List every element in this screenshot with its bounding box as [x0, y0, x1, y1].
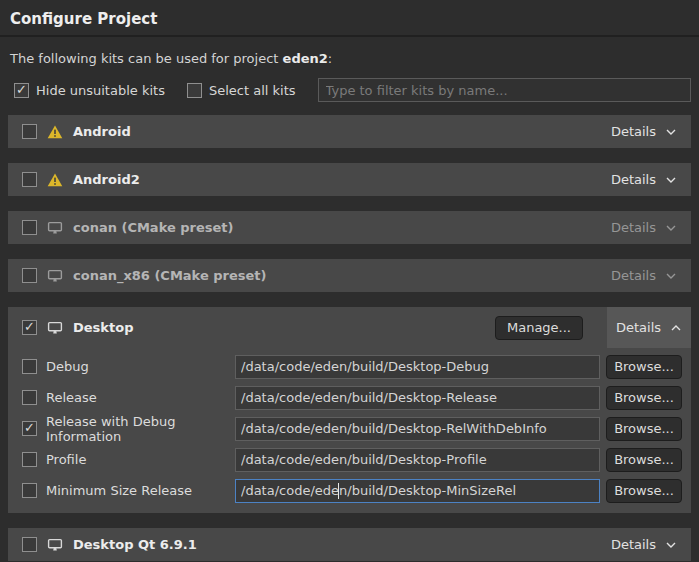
- hide-unsuitable-checkbox[interactable]: [14, 83, 29, 98]
- manage-kits-button[interactable]: Manage...: [495, 316, 583, 340]
- kit-checkbox[interactable]: [22, 320, 37, 335]
- kit-checkbox[interactable]: [22, 124, 37, 139]
- browse-button[interactable]: Browse...: [606, 417, 682, 441]
- kits-subtitle: The following kits can be used for proje…: [10, 51, 689, 66]
- build-dir-input[interactable]: [235, 417, 600, 441]
- build-dir-field-wrap: [235, 355, 600, 379]
- kit-checkbox[interactable]: [22, 537, 37, 552]
- kit-row-android2: Android2 Details: [8, 163, 691, 196]
- build-config-label: Profile: [46, 452, 235, 467]
- browse-button[interactable]: Browse...: [606, 479, 682, 503]
- chevron-up-icon: [670, 324, 682, 332]
- kit-label: Desktop Qt 6.9.1: [73, 537, 197, 552]
- build-config-label: Release: [46, 390, 235, 405]
- details-tab: Details: [607, 307, 691, 348]
- build-dir-input[interactable]: [235, 355, 600, 379]
- chevron-down-icon: [665, 224, 677, 232]
- build-config-checkbox[interactable]: [22, 452, 37, 467]
- browse-button[interactable]: Browse...: [606, 386, 682, 410]
- warning-icon: [47, 125, 63, 139]
- kit-label: Android: [73, 124, 131, 139]
- kit-checkbox[interactable]: [22, 220, 37, 235]
- chevron-down-icon: [665, 176, 677, 184]
- select-all-checkbox[interactable]: [187, 83, 202, 98]
- kit-filter-bar: Hide unsuitable kits Select all kits: [8, 78, 691, 102]
- build-dir-field-wrap: [235, 448, 600, 472]
- build-config-checkbox[interactable]: [22, 421, 37, 436]
- build-dir-input[interactable]: [235, 479, 600, 503]
- kit-filter-input[interactable]: [318, 78, 691, 102]
- subtitle-text: The following kits can be used for proje…: [10, 51, 283, 66]
- details-toggle[interactable]: Details: [609, 172, 679, 187]
- build-config-label: Debug: [46, 359, 235, 374]
- build-config-checkbox[interactable]: [22, 483, 37, 498]
- select-all-kits-checkbox-group[interactable]: Select all kits: [187, 83, 296, 98]
- kit-checkbox[interactable]: [22, 268, 37, 283]
- hide-unsuitable-kits-checkbox-group[interactable]: Hide unsuitable kits: [14, 83, 165, 98]
- kit-checkbox[interactable]: [22, 172, 37, 187]
- details-toggle[interactable]: Details: [609, 124, 679, 139]
- kit-label: Android2: [73, 172, 140, 187]
- kit-label: conan (CMake preset): [73, 220, 234, 235]
- build-config-row-relwithdebinfo: Release with Debug Information Browse...: [8, 416, 691, 441]
- build-config-checkbox[interactable]: [22, 390, 37, 405]
- build-dir-field-wrap: [235, 386, 600, 410]
- build-dir-field-wrap: [235, 417, 600, 441]
- build-config-row-minsizerel: Minimum Size Release Browse...: [8, 478, 691, 503]
- details-toggle: Details: [609, 268, 679, 283]
- select-all-label: Select all kits: [209, 83, 296, 98]
- hide-unsuitable-label: Hide unsuitable kits: [36, 83, 165, 98]
- build-config-row-debug: Debug Browse...: [8, 354, 691, 379]
- build-dir-field-wrap-focused: [235, 479, 600, 503]
- window-header: Configure Project: [0, 0, 699, 37]
- kit-row-conan-x86: conan_x86 (CMake preset) Details: [8, 259, 691, 292]
- project-name: eden2: [283, 51, 328, 66]
- page-title: Configure Project: [10, 10, 689, 35]
- details-toggle[interactable]: Details: [609, 537, 679, 552]
- build-config-checkbox[interactable]: [22, 359, 37, 374]
- build-dir-input[interactable]: [235, 448, 600, 472]
- chevron-down-icon: [665, 541, 677, 549]
- desktop-icon: [47, 269, 63, 283]
- build-config-row-profile: Profile Browse...: [8, 447, 691, 472]
- build-dir-input[interactable]: [235, 386, 600, 410]
- kit-label: Desktop: [73, 320, 133, 335]
- browse-button[interactable]: Browse...: [606, 448, 682, 472]
- kit-panel-desktop: Desktop Manage... Details Debug Browse..…: [8, 307, 691, 513]
- kit-list: Android Details Android2 Details conan (…: [8, 115, 691, 561]
- chevron-down-icon: [665, 128, 677, 136]
- details-toggle[interactable]: Details: [614, 320, 684, 335]
- browse-button[interactable]: Browse...: [606, 355, 682, 379]
- build-config-row-release: Release Browse...: [8, 385, 691, 410]
- build-config-label: Minimum Size Release: [46, 483, 235, 498]
- chevron-down-icon: [665, 272, 677, 280]
- desktop-icon: [47, 321, 63, 335]
- kit-row-desktop-qt: Desktop Qt 6.9.1 Details: [8, 528, 691, 561]
- build-config-label: Release with Debug Information: [46, 414, 235, 444]
- text-caret: [338, 483, 339, 499]
- kit-row-conan: conan (CMake preset) Details: [8, 211, 691, 244]
- kit-row-android: Android Details: [8, 115, 691, 148]
- kit-label: conan_x86 (CMake preset): [73, 268, 267, 283]
- kit-row-desktop: Desktop Manage... Details: [8, 307, 691, 348]
- desktop-icon: [47, 538, 63, 552]
- desktop-icon: [47, 221, 63, 235]
- warning-icon: [47, 173, 63, 187]
- details-toggle: Details: [609, 220, 679, 235]
